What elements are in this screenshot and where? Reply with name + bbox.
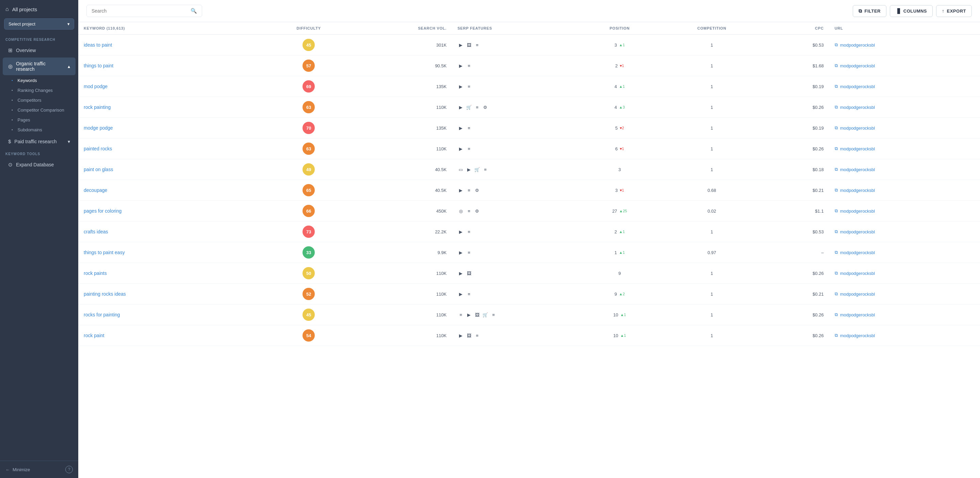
- keyword-link[interactable]: painting rocks ideas: [84, 291, 126, 297]
- keyword-link[interactable]: mod podge: [84, 84, 108, 89]
- url-cell[interactable]: ⧉modpodgerocksbl: [829, 325, 980, 346]
- url-link[interactable]: ⧉modpodgerocksbl: [835, 312, 875, 318]
- difficulty-badge: 69: [302, 80, 315, 92]
- sidebar-sub-competitors[interactable]: Competitors: [0, 95, 78, 105]
- competition-cell: 1: [662, 76, 762, 97]
- position-indicator: 10▲1: [613, 312, 626, 318]
- position-cell: 27▲25: [578, 201, 662, 221]
- external-link-icon: ⧉: [835, 42, 838, 48]
- url-link[interactable]: ⧉modpodgerocksbl: [835, 84, 875, 89]
- keyword-link[interactable]: rocks for painting: [84, 312, 120, 318]
- url-cell[interactable]: ⧉modpodgerocksbl: [829, 180, 980, 201]
- url-link[interactable]: ⧉modpodgerocksbl: [835, 187, 875, 193]
- position-indicator: 3♥1: [615, 188, 624, 193]
- sidebar-item-expand-db[interactable]: ⊙ Expand Database: [3, 158, 76, 171]
- url-link[interactable]: ⧉modpodgerocksbl: [835, 229, 875, 234]
- url-link[interactable]: ⧉modpodgerocksbl: [835, 125, 875, 131]
- sidebar-item-overview[interactable]: ⊞ Overview: [3, 44, 76, 57]
- position-change: ♥1: [620, 188, 624, 192]
- export-button[interactable]: ↑ EXPORT: [936, 5, 972, 17]
- url-link[interactable]: ⧉modpodgerocksbl: [835, 167, 875, 172]
- minimize-button[interactable]: ← Minimize: [5, 467, 30, 472]
- competition-cell: 1: [662, 284, 762, 305]
- search-volume-cell: 90.5K: [355, 56, 452, 76]
- url-cell[interactable]: ⧉modpodgerocksbl: [829, 242, 980, 263]
- competition-cell: 0.02: [662, 201, 762, 221]
- keyword-link[interactable]: decoupage: [84, 187, 107, 193]
- sidebar-sub-competitor-comparison[interactable]: Competitor Comparison: [0, 105, 78, 115]
- col-competition: COMPETITION: [662, 22, 762, 35]
- serp-icon: ▶: [457, 270, 464, 276]
- keyword-link[interactable]: things to paint easy: [84, 250, 125, 255]
- url-link[interactable]: ⧉modpodgerocksbl: [835, 333, 875, 338]
- serp-features-cell: ≡▶🖼🛒≡: [457, 311, 572, 318]
- url-cell[interactable]: ⧉modpodgerocksbl: [829, 284, 980, 305]
- url-link[interactable]: ⧉modpodgerocksbl: [835, 291, 875, 297]
- url-cell[interactable]: ⧉modpodgerocksbl: [829, 56, 980, 76]
- url-cell[interactable]: ⧉modpodgerocksbl: [829, 263, 980, 284]
- url-link[interactable]: ⧉modpodgerocksbl: [835, 250, 875, 255]
- all-projects-link[interactable]: ⌂ All projects: [0, 0, 78, 18]
- keyword-link[interactable]: rock painting: [84, 105, 111, 110]
- url-cell[interactable]: ⧉modpodgerocksbl: [829, 201, 980, 221]
- keyword-link[interactable]: ideas to paint: [84, 42, 112, 48]
- url-cell[interactable]: ⧉modpodgerocksbl: [829, 305, 980, 325]
- sidebar-item-organic[interactable]: ◎ Organic traffic research ▴: [3, 57, 76, 75]
- keyword-link[interactable]: things to paint: [84, 63, 113, 68]
- url-cell[interactable]: ⧉modpodgerocksbl: [829, 118, 980, 138]
- url-cell[interactable]: ⧉modpodgerocksbl: [829, 159, 980, 180]
- sidebar-item-paid[interactable]: $ Paid traffic research ▾: [3, 135, 76, 148]
- position-cell: 1▲1: [578, 242, 662, 263]
- help-icon[interactable]: ?: [65, 466, 73, 473]
- serp-icon: 🖼: [466, 270, 472, 276]
- cpc-cell: $0.19: [762, 118, 829, 138]
- url-cell[interactable]: ⧉modpodgerocksbl: [829, 76, 980, 97]
- position-cell: 3♥1: [578, 180, 662, 201]
- position-change: ▲3: [619, 105, 625, 109]
- position-indicator: 4▲1: [614, 84, 625, 89]
- keyword-link[interactable]: painted rocks: [84, 146, 112, 151]
- keyword-link[interactable]: crafts ideas: [84, 229, 108, 234]
- keyword-link[interactable]: rock paint: [84, 333, 105, 338]
- search-box[interactable]: 🔍: [86, 5, 202, 17]
- filter-button[interactable]: ⧉ FILTER: [853, 5, 886, 17]
- sidebar-sub-pages[interactable]: Pages: [0, 115, 78, 125]
- sidebar-sub-subdomains[interactable]: Subdomains: [0, 125, 78, 135]
- table-row: things to paint5790.5K▶≡2♥11$1.68⧉modpod…: [78, 56, 980, 76]
- project-select-dropdown[interactable]: Select project ▾: [4, 18, 74, 30]
- columns-button[interactable]: ▐▌ COLUMNS: [890, 5, 933, 17]
- keyword-link[interactable]: pages for coloring: [84, 208, 121, 214]
- difficulty-badge: 57: [302, 60, 315, 72]
- search-volume-cell: 40.5K: [355, 180, 452, 201]
- url-link[interactable]: ⧉modpodgerocksbl: [835, 208, 875, 214]
- keyword-link[interactable]: paint on glass: [84, 167, 113, 172]
- url-cell[interactable]: ⧉modpodgerocksbl: [829, 97, 980, 118]
- search-input[interactable]: [92, 8, 188, 14]
- sidebar-sub-keywords[interactable]: Keywords: [0, 76, 78, 86]
- difficulty-badge: 65: [302, 184, 315, 196]
- url-link[interactable]: ⧉modpodgerocksbl: [835, 270, 875, 276]
- url-link[interactable]: ⧉modpodgerocksbl: [835, 105, 875, 110]
- keyword-link[interactable]: modge podge: [84, 125, 113, 131]
- sidebar-organic-label: Organic traffic research: [16, 61, 64, 72]
- position-indicator: 4▲3: [614, 105, 625, 110]
- table-row: rocks for painting45110K≡▶🖼🛒≡10▲11$0.26⧉…: [78, 305, 980, 325]
- keyword-link[interactable]: rock paints: [84, 270, 107, 276]
- position-indicator: 5♥2: [615, 125, 624, 131]
- url-cell[interactable]: ⧉modpodgerocksbl: [829, 221, 980, 242]
- url-link[interactable]: ⧉modpodgerocksbl: [835, 63, 875, 68]
- url-text: modpodgerocksbl: [840, 292, 875, 297]
- url-cell[interactable]: ⧉modpodgerocksbl: [829, 35, 980, 56]
- difficulty-badge: 63: [302, 101, 315, 113]
- url-cell[interactable]: ⧉modpodgerocksbl: [829, 138, 980, 159]
- serp-icon: ▶: [457, 104, 464, 111]
- sidebar-sub-ranking-changes[interactable]: Ranking Changes: [0, 86, 78, 95]
- competition-cell: 1: [662, 263, 762, 284]
- all-projects-label: All projects: [12, 6, 37, 12]
- filter-label: FILTER: [864, 8, 881, 14]
- url-link[interactable]: ⧉modpodgerocksbl: [835, 42, 875, 48]
- position-indicator: 1▲1: [614, 250, 625, 255]
- serp-features-cell: ▶🖼≡: [457, 332, 572, 339]
- serp-icon: ▶: [457, 62, 464, 69]
- url-link[interactable]: ⧉modpodgerocksbl: [835, 146, 875, 151]
